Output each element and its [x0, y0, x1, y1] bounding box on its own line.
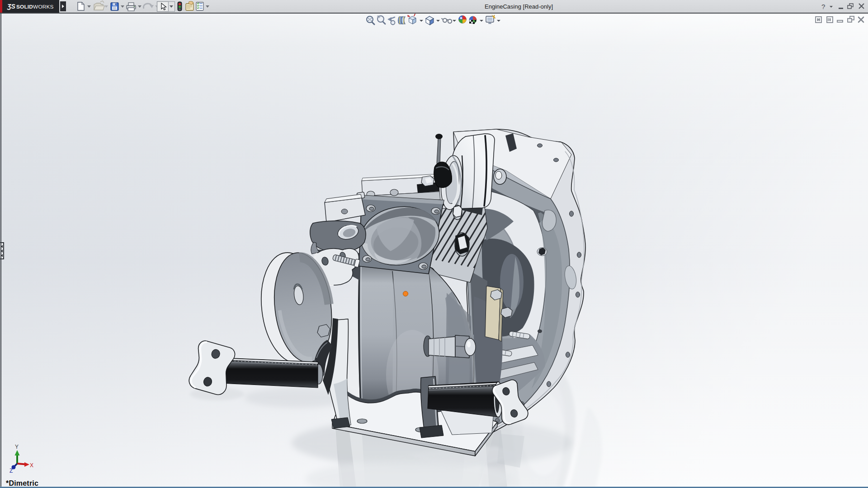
- svg-text:SOLIDWORKS: SOLIDWORKS: [16, 4, 54, 10]
- svg-text:ƷS: ƷS: [7, 3, 16, 10]
- svg-text:Z: Z: [9, 468, 13, 474]
- svg-text:X: X: [30, 462, 33, 469]
- svg-text:Y: Y: [15, 444, 19, 450]
